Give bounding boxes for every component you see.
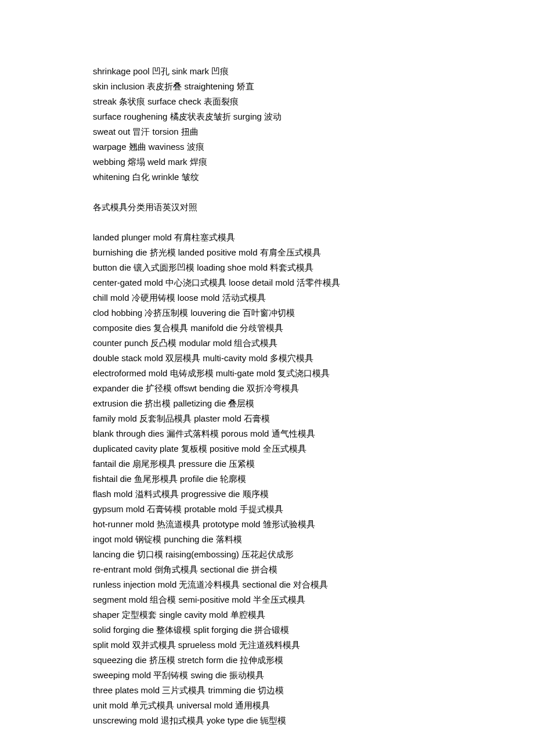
text-line: shaper 定型模套 single cavity mold 单腔模具: [93, 607, 441, 622]
text-line: whitening 白化 wrinkle 皱纹: [93, 170, 441, 185]
text-line: hot-runner mold 热流道模具 prototype mold 雏形试…: [93, 517, 441, 532]
blank-line: [93, 215, 441, 230]
text-line: fishtail die 鱼尾形模具 profile die 轮廓模: [93, 471, 441, 487]
text-line: duplicated cavity plate 复板模 positive mol…: [93, 441, 441, 456]
text-line: blank through dies 漏件式落料模 porous mold 通气…: [93, 426, 441, 441]
text-line: warpage 翘曲 waviness 波痕: [93, 139, 441, 154]
document-page: shrinkage pool 凹孔 sink mark 凹痕 skin incl…: [0, 0, 534, 756]
text-line: clod hobbing 冷挤压制模 louvering die 百叶窗冲切模: [93, 305, 441, 321]
section-heading: 各式模具分类用语英汉对照: [93, 200, 441, 215]
text-line: unit mold 单元式模具 universal mold 通用模具: [93, 698, 441, 713]
text-line: landed plunger mold 有肩柱塞式模具: [93, 230, 441, 245]
text-line: family mold 反套制品模具 plaster mold 石膏模: [93, 411, 441, 426]
text-line: extrusion die 挤出模 palletizing die 叠层模: [93, 396, 441, 411]
blank-line: [93, 185, 441, 200]
text-line: electroformed mold 电铸成形模 multi-gate mold…: [93, 366, 441, 381]
text-line: shrinkage pool 凹孔 sink mark 凹痕: [93, 64, 441, 79]
text-line: chill mold 冷硬用铸模 loose mold 活动式模具: [93, 290, 441, 305]
text-line: webbing 熔塌 weld mark 焊痕: [93, 154, 441, 170]
text-line: streak 条状痕 surface check 表面裂痕: [93, 94, 441, 109]
text-line: lancing die 切口模 raising(embossing) 压花起伏成…: [93, 547, 441, 562]
section-1: shrinkage pool 凹孔 sink mark 凹痕 skin incl…: [93, 64, 441, 185]
text-line: button die 镶入式圆形凹模 loading shoe mold 料套式…: [93, 260, 441, 275]
text-line: sweat out 冒汗 torsion 扭曲: [93, 124, 441, 139]
text-line: fantail die 扇尾形模具 pressure die 压紧模: [93, 456, 441, 471]
text-line: surface roughening 橘皮状表皮皱折 surging 波动: [93, 109, 441, 124]
text-line: re-entrant mold 倒角式模具 sectional die 拼合模: [93, 562, 441, 577]
text-line: unscrewing mold 退扣式模具 yoke type die 轭型模: [93, 713, 441, 728]
text-line: counter punch 反凸模 modular mold 组合式模具: [93, 336, 441, 351]
text-line: segment mold 组合模 semi-positive mold 半全压式…: [93, 592, 441, 607]
text-line: runless injection mold 无流道冷料模具 sectional…: [93, 577, 441, 592]
text-line: expander die 扩径模 offswt bending die 双折冷弯…: [93, 381, 441, 396]
text-line: sweeping mold 平刮铸模 swing die 振动模具: [93, 668, 441, 683]
section-2: landed plunger mold 有肩柱塞式模具 burnishing d…: [93, 230, 441, 728]
text-line: composite dies 复合模具 manifold die 分歧管模具: [93, 321, 441, 336]
text-line: double stack mold 双层模具 multi-cavity mold…: [93, 351, 441, 366]
text-line: burnishing die 挤光模 landed positive mold …: [93, 245, 441, 260]
text-line: split mold 双并式模具 sprueless mold 无注道残料模具: [93, 638, 441, 653]
text-line: three plates mold 三片式模具 trimming die 切边模: [93, 683, 441, 698]
text-line: flash mold 溢料式模具 progressive die 顺序模: [93, 487, 441, 502]
text-line: ingot mold 钢锭模 punching die 落料模: [93, 532, 441, 547]
text-line: skin inclusion 表皮折叠 straightening 矫直: [93, 79, 441, 94]
text-line: center-gated mold 中心浇口式模具 loose detail m…: [93, 275, 441, 290]
text-line: gypsum mold 石膏铸模 protable mold 手提式模具: [93, 502, 441, 517]
text-line: solid forging die 整体锻模 split forging die…: [93, 622, 441, 638]
text-line: squeezing die 挤压模 stretch form die 拉伸成形模: [93, 653, 441, 668]
